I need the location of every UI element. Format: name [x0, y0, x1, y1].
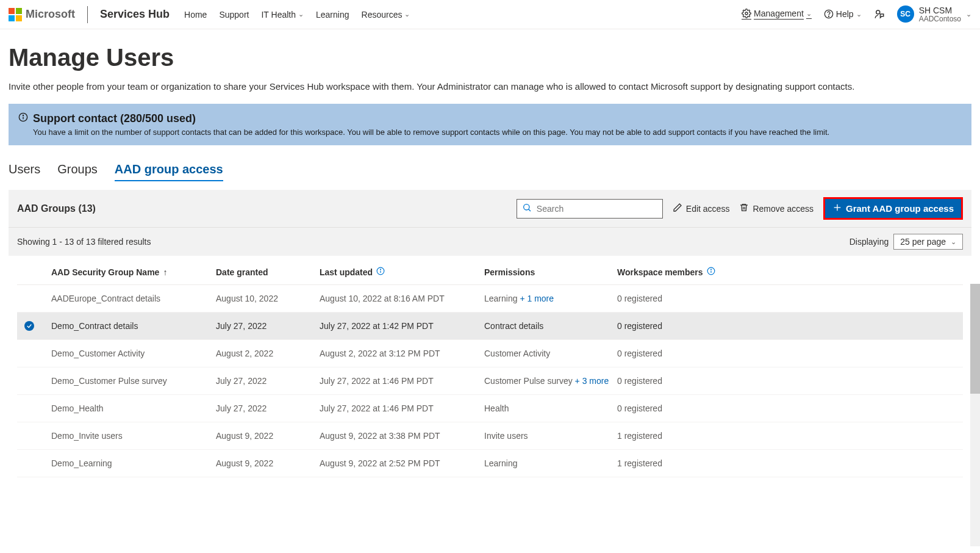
remove-access-button[interactable]: Remove access [739, 203, 814, 214]
nav-it-health[interactable]: IT Health⌄ [261, 10, 304, 20]
cell-permissions: Invite users [484, 431, 617, 441]
grant-aad-group-access-button[interactable]: Grant AAD group access [823, 197, 963, 220]
microsoft-logo-icon [9, 8, 22, 21]
nav-learning[interactable]: Learning [316, 10, 349, 20]
info-icon [18, 112, 28, 125]
col-date[interactable]: Date granted [216, 267, 320, 277]
svg-point-7 [523, 204, 529, 210]
trash-icon [739, 203, 749, 214]
search-box[interactable] [517, 199, 663, 219]
chevron-down-icon: ⌄ [404, 10, 410, 18]
info-icon[interactable] [707, 267, 715, 277]
table-row[interactable]: Demo_HealthJuly 27, 2022July 27, 2022 at… [17, 395, 963, 422]
table-row[interactable]: Demo_Customer Pulse surveyJuly 27, 2022J… [17, 367, 963, 395]
svg-point-6 [23, 115, 23, 115]
search-icon [522, 203, 532, 214]
cell-members: 0 registered [617, 403, 739, 413]
svg-point-3 [876, 10, 879, 14]
results-showing: Showing 1 - 13 of 13 filtered results [17, 237, 151, 247]
divider [87, 6, 88, 23]
tab-users[interactable]: Users [9, 162, 40, 181]
person-chat-icon [874, 9, 885, 20]
chevron-down-icon: ⌄ [856, 10, 862, 18]
cell-group-name: Demo_Health [51, 403, 216, 413]
cell-permissions: Customer Pulse survey + 3 more [484, 376, 617, 386]
cell-members: 0 registered [617, 349, 739, 358]
table-row[interactable]: AADEurope_Contract detailsAugust 10, 202… [17, 285, 963, 313]
table-row[interactable]: Demo_Contract detailsJuly 27, 2022July 2… [17, 313, 963, 340]
banner-body: You have a limit on the number of suppor… [18, 128, 962, 137]
nav-management[interactable]: Management ⌄ [742, 9, 812, 20]
checkmark-icon [24, 321, 34, 331]
cell-last-updated: July 27, 2022 at 1:42 PM PDT [320, 321, 484, 331]
col-members[interactable]: Workspace members [617, 267, 739, 277]
per-page-select[interactable]: 25 per page ⌄ [893, 234, 963, 250]
search-input[interactable] [537, 204, 657, 214]
tab-groups[interactable]: Groups [57, 162, 98, 181]
info-icon[interactable] [376, 267, 385, 277]
scrollbar[interactable] [970, 284, 980, 477]
nav-resources[interactable]: Resources⌄ [362, 10, 410, 20]
groups-toolbar: AAD Groups (13) Edit access Remove acces… [9, 190, 971, 227]
cell-last-updated: August 2, 2022 at 3:12 PM PDT [320, 349, 484, 358]
nav-help[interactable]: Help ⌄ [824, 9, 862, 19]
cell-group-name: Demo_Contract details [51, 321, 216, 331]
cell-last-updated: August 9, 2022 at 3:38 PM PDT [320, 431, 484, 441]
table-header: AAD Security Group Name ↑ Date granted L… [17, 256, 963, 285]
sort-asc-icon: ↑ [163, 267, 167, 277]
edit-access-button[interactable]: Edit access [673, 203, 730, 214]
svg-point-2 [828, 16, 829, 17]
cell-permissions: Customer Activity [484, 349, 617, 358]
top-right: Management ⌄ Help ⌄ SC SH CSM AADContoso… [742, 5, 971, 24]
aad-groups-table: AAD Security Group Name ↑ Date granted L… [17, 256, 963, 477]
nav-home[interactable]: Home [184, 10, 207, 20]
cell-date-granted: July 27, 2022 [216, 376, 320, 386]
permissions-more-link[interactable]: + 3 more [573, 376, 609, 386]
microsoft-word: Microsoft [26, 8, 75, 21]
col-updated[interactable]: Last updated [320, 267, 484, 277]
table-row[interactable]: Demo_Invite usersAugust 9, 2022August 9,… [17, 422, 963, 450]
results-bar: Showing 1 - 13 of 13 filtered results Di… [9, 227, 971, 256]
cell-permissions: Learning [484, 458, 617, 468]
cell-permissions: Health [484, 403, 617, 413]
tab-aad-group-access[interactable]: AAD group access [115, 162, 223, 181]
microsoft-logo[interactable]: Microsoft [9, 8, 75, 21]
cell-last-updated: July 27, 2022 at 1:46 PM PDT [320, 376, 484, 386]
cell-last-updated: July 27, 2022 at 1:46 PM PDT [320, 403, 484, 413]
cell-members: 1 registered [617, 431, 739, 441]
svg-line-8 [528, 209, 530, 211]
scrollbar-thumb[interactable] [970, 284, 980, 394]
account-text: SH CSM AADContoso [919, 5, 961, 24]
svg-point-15 [381, 269, 381, 270]
avatar: SC [897, 5, 914, 23]
top-bar: Microsoft Services Hub Home Support IT H… [0, 0, 980, 29]
cell-group-name: Demo_Customer Activity [51, 349, 216, 358]
page-subtitle: Invite other people from your team or or… [9, 81, 971, 92]
tabs: Users Groups AAD group access [9, 162, 971, 181]
cell-members: 0 registered [617, 321, 739, 331]
cell-members: 0 registered [617, 376, 739, 386]
cell-permissions: Learning + 1 more [484, 294, 617, 303]
brand-title[interactable]: Services Hub [100, 8, 170, 21]
account-menu[interactable]: SC SH CSM AADContoso ⌄ [897, 5, 971, 24]
displaying-label: Displaying [849, 237, 889, 247]
cell-group-name: AADEurope_Contract details [51, 294, 216, 303]
svg-point-18 [710, 269, 711, 270]
nav-notifications[interactable] [874, 9, 885, 20]
gear-icon [742, 9, 751, 20]
pencil-icon [673, 203, 682, 214]
page-content: Manage Users Invite other people from yo… [0, 29, 980, 477]
groups-count-title: AAD Groups (13) [17, 203, 96, 214]
permissions-more-link[interactable]: + 1 more [518, 294, 554, 303]
support-contact-banner: Support contact (280/500 used) You have … [9, 104, 971, 145]
table-row[interactable]: Demo_Customer ActivityAugust 2, 2022Augu… [17, 340, 963, 367]
cell-last-updated: August 10, 2022 at 8:16 AM PDT [320, 294, 484, 303]
chevron-down-icon: ⌄ [951, 238, 956, 246]
nav-support[interactable]: Support [219, 10, 249, 20]
table-row[interactable]: Demo_LearningAugust 9, 2022August 9, 202… [17, 450, 963, 477]
col-name[interactable]: AAD Security Group Name ↑ [51, 267, 216, 277]
cell-group-name: Demo_Learning [51, 458, 216, 468]
col-permissions[interactable]: Permissions [484, 267, 617, 277]
chevron-down-icon: ⌄ [806, 10, 812, 19]
cell-members: 0 registered [617, 294, 739, 303]
